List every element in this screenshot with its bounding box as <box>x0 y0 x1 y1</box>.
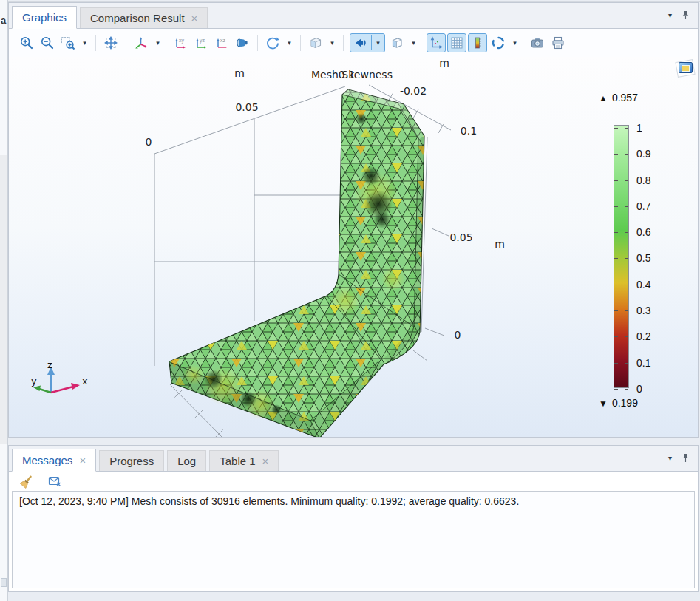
zoom-box-button[interactable] <box>58 33 78 52</box>
window-menu-caret-icon[interactable]: ▾ <box>668 12 672 19</box>
messages-tabstrip: Messages × Progress Log Table 1 × ▾ <box>9 446 698 472</box>
tab-log[interactable]: Log <box>167 450 206 471</box>
headlight-icon <box>235 35 250 50</box>
zoom-in-icon <box>19 35 34 50</box>
tab-messages-label: Messages <box>22 454 72 466</box>
toolbar-separator <box>126 35 126 51</box>
view-xz-button[interactable]: xz <box>212 33 231 52</box>
tab-comparison-result[interactable]: Comparison Result × <box>80 7 208 28</box>
printer-icon <box>551 35 565 50</box>
environment-dropdown[interactable]: ▾ <box>408 33 419 52</box>
default-view-dropdown[interactable]: ▾ <box>152 33 163 52</box>
x-axis-tick-neg0p02: -0.02 <box>400 85 427 97</box>
legend-tick-label: 0.7 <box>636 200 666 212</box>
default-view-button[interactable] <box>132 33 151 52</box>
left-rail-text-fragment: a <box>1 15 7 25</box>
tab-table-1[interactable]: Table 1 × <box>209 450 279 471</box>
triad-z-label: z <box>47 359 52 370</box>
clear-messages-button[interactable] <box>17 472 36 491</box>
message-log-settings-button[interactable] <box>45 472 64 491</box>
legend-colorbar <box>614 125 629 388</box>
dropdown-caret-icon: ▾ <box>288 40 291 47</box>
zoom-extents-button[interactable] <box>101 33 120 52</box>
window-menu-caret-icon[interactable]: ▾ <box>668 455 672 462</box>
legend-tick-label: 0.2 <box>636 330 666 342</box>
toolbar-separator <box>257 35 258 51</box>
dropdown-caret-icon: ▾ <box>330 40 334 47</box>
dropdown-caret-icon: ▾ <box>83 40 86 47</box>
legend-tick-label: 0.6 <box>636 226 666 238</box>
show-grid-toggle[interactable] <box>447 33 466 52</box>
dropdown-caret-icon: ▾ <box>376 40 380 47</box>
print-button[interactable] <box>548 33 568 52</box>
svg-text:xz: xz <box>220 38 226 43</box>
tab-close-icon[interactable]: × <box>79 457 86 464</box>
scene-light-dropdown[interactable]: ▾ <box>373 34 384 52</box>
x-axis-tick-0p1: 0.1 <box>461 125 477 137</box>
messages-content[interactable]: [Oct 12, 2023, 9:40 PM] Mesh consists of… <box>12 491 695 588</box>
legend-tick-label: 1 <box>636 122 666 134</box>
graphics-tabstrip: Graphics Comparison Result × ▾ <box>9 3 698 29</box>
camera-icon <box>530 35 545 50</box>
view-yz-button[interactable]: yz <box>191 33 211 52</box>
zoom-in-button[interactable] <box>17 33 36 52</box>
pin-icon[interactable] <box>681 10 690 21</box>
zoom-out-button[interactable] <box>38 33 57 52</box>
legend-tick-label: 0.5 <box>636 252 666 264</box>
triad-y-label: y <box>31 376 37 387</box>
graphics-canvas[interactable]: 0.1 <box>9 57 698 437</box>
environment-button[interactable] <box>387 33 407 52</box>
headlight-button[interactable] <box>233 33 252 52</box>
pin-icon[interactable] <box>681 452 690 464</box>
tab-table-1-label: Table 1 <box>220 455 255 467</box>
plot-title: Mesh Skewness <box>311 69 393 81</box>
legend-tick-label: 0.1 <box>636 357 666 369</box>
dropdown-caret-icon: ▾ <box>513 40 517 47</box>
tab-progress[interactable]: Progress <box>99 450 164 471</box>
left-rail[interactable]: a <box>0 0 8 601</box>
rotate-view-button[interactable] <box>263 33 282 52</box>
scene-light-toggle[interactable] <box>351 34 370 52</box>
toolbar-separator <box>343 35 344 51</box>
update-plot-dropdown[interactable]: ▾ <box>509 33 520 52</box>
axes-indicator-icon <box>429 35 444 50</box>
tab-messages[interactable]: Messages × <box>12 449 96 472</box>
legend-max-value: 0.957 <box>612 92 638 103</box>
svg-text:yz: yz <box>200 38 205 44</box>
y-axis-tick-0p05: 0.05 <box>235 101 258 113</box>
messages-window: Messages × Progress Log Table 1 × ▾ <box>8 445 699 592</box>
legend-tick-label: 0.8 <box>636 174 666 186</box>
dropdown-caret-icon: ▾ <box>156 40 160 47</box>
update-swirl-icon <box>491 35 506 50</box>
legend-tick-label: 0.3 <box>636 305 666 316</box>
tab-close-icon[interactable]: × <box>262 458 269 465</box>
dropdown-caret-icon: ▾ <box>412 40 415 47</box>
transparency-button[interactable] <box>306 33 325 52</box>
screen-inner-icon <box>682 65 690 72</box>
view-xy-button[interactable]: xy <box>171 33 190 52</box>
transparency-dropdown[interactable]: ▾ <box>327 33 338 52</box>
tab-log-label: Log <box>177 455 196 467</box>
update-plot-button[interactable] <box>489 33 508 52</box>
zoom-dropdown[interactable]: ▾ <box>79 33 90 52</box>
legend-max-arrow-icon: ▲ <box>599 93 608 103</box>
show-legend-toggle[interactable] <box>468 33 487 52</box>
left-rail-divider <box>0 155 7 444</box>
legend-tick-label: 0.9 <box>636 148 666 160</box>
scene-light-icon <box>353 35 368 50</box>
transparency-cube-icon <box>308 35 323 50</box>
environment-box-icon <box>390 35 404 50</box>
triad-x-label: x <box>82 376 88 387</box>
split-divider <box>371 35 372 50</box>
comsol-workspace: a Graphics Comparison Result × ▾ <box>0 0 700 601</box>
zoom-extents-icon <box>103 35 118 50</box>
rotate-view-dropdown[interactable]: ▾ <box>284 33 295 52</box>
tab-close-icon[interactable]: × <box>191 15 198 22</box>
graphics-toolbar: ▾ <box>9 29 698 57</box>
graphics-overlay-button[interactable] <box>676 59 696 78</box>
snapshot-button[interactable] <box>528 33 547 52</box>
zoom-box-icon <box>61 35 75 50</box>
tab-graphics[interactable]: Graphics <box>12 6 77 29</box>
default-view-axes-icon <box>134 35 149 50</box>
show-axes-toggle[interactable] <box>427 33 446 52</box>
